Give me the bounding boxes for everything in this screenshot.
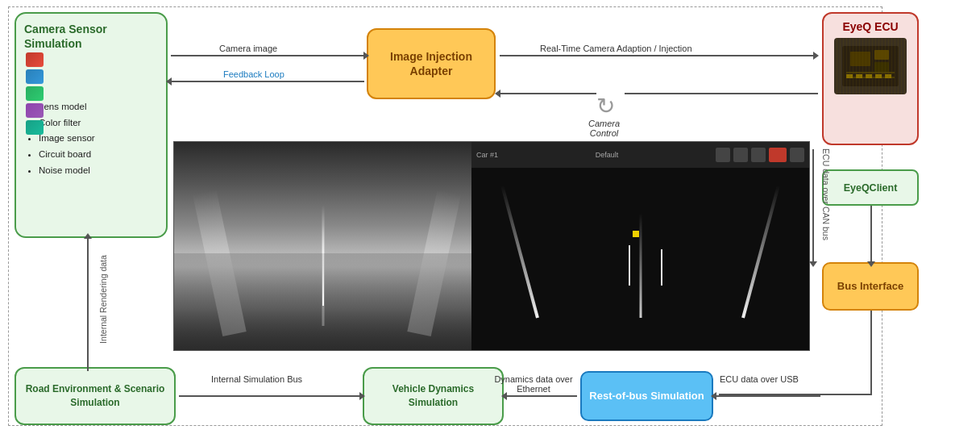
dark-road-center: [639, 213, 642, 318]
feedback-loop-line: [171, 81, 364, 82]
circuit-board-icon: [26, 103, 44, 118]
image-injection-box: Image Injection Adapter: [367, 28, 496, 99]
dark-sim: Car #1 Default: [471, 142, 809, 350]
pole-left: [629, 245, 630, 286]
eyeq-ecu-image: [834, 38, 907, 94]
ecu-usb-label: ECU data over USB: [720, 374, 799, 384]
realtime-arrow-group: Real-Time Camera Adaption / Injection: [500, 55, 814, 56]
bus-bottom-arrow: [870, 311, 872, 395]
svg-rect-9: [875, 74, 882, 78]
bus-bottom-line: [870, 311, 872, 395]
camera-control-line2: [625, 93, 818, 94]
item-circuit: Circuit board: [39, 147, 158, 163]
bus-interface-title: Bus Interface: [837, 280, 903, 294]
toolbar-btn-1[interactable]: [716, 148, 730, 162]
rendering-line: [87, 238, 89, 371]
camera-control-label: Camera Control: [588, 119, 620, 138]
client-bus-arrow: [870, 206, 872, 262]
camera-image-arrow-group: Camera image: [171, 55, 364, 56]
rest-of-bus-box: Rest-of-bus Simulation: [580, 371, 713, 421]
rendering-arrow-group: Internal Rendering data: [87, 238, 89, 371]
camera-sensor-icons: [26, 52, 44, 135]
vehicle-dynamics-box: Vehicle Dynamics Simulation: [363, 367, 504, 425]
camera-image-line: [171, 55, 364, 56]
dark-road-right: [741, 185, 780, 318]
feedback-loop-arrow-group: Feedback Loop: [171, 81, 364, 82]
sim-bus-arrow-group: Internal Simulation Bus: [179, 395, 360, 397]
default-label: Default: [596, 151, 619, 159]
toolbar-btn-2[interactable]: [733, 148, 748, 162]
circuit-svg: [838, 42, 903, 90]
rendering-label: Internal Rendering data: [98, 255, 108, 344]
realtime-label: Real-Time Camera Adaption / Injection: [540, 44, 692, 53]
camera-sensor-items: Lens model Color filter Image sensor Cir…: [24, 99, 158, 178]
ecu-can-group: ECU data over CAN bus: [812, 149, 814, 262]
eyeq-client-box: EyeQClient: [822, 169, 919, 206]
item-color: Color filter: [39, 115, 158, 131]
sync-icon: ↻: [596, 93, 615, 119]
realtime-line: [500, 55, 814, 56]
noise-model-icon: [26, 120, 44, 135]
camera-control-line: [500, 93, 596, 94]
ecu-can-line: [812, 149, 814, 262]
item-lens: Lens model: [39, 99, 158, 115]
camera-image-label: Camera image: [219, 44, 277, 53]
icon-sensor: [26, 86, 44, 101]
ecu-usb-line: [716, 395, 820, 397]
sim-bus-label: Internal Simulation Bus: [211, 374, 302, 384]
svg-rect-3: [874, 62, 889, 72]
yellow-marker: [633, 231, 639, 237]
ecu-can-label: ECU data over CAN bus: [821, 148, 831, 240]
vehicle-dynamics-title: Vehicle Dynamics Simulation: [369, 382, 497, 410]
bus-bottom-h-line: [719, 394, 871, 395]
dynamics-arrow-group: Dynamics data over Ethernet: [506, 395, 577, 397]
item-image-sensor: Image sensor: [39, 131, 158, 147]
rest-of-bus-title: Rest-of-bus Simulation: [589, 390, 704, 403]
sim-bus-line: [179, 395, 360, 397]
road-env-title: Road Environment & Scenario Simulation: [21, 382, 169, 410]
toolbar-btn-red[interactable]: [769, 148, 787, 162]
icon-lens: [26, 52, 44, 67]
svg-rect-8: [866, 74, 872, 78]
dynamics-label: Dynamics data over Ethernet: [490, 374, 577, 394]
camera-sensor-title: Camera Sensor Simulation: [24, 22, 158, 51]
svg-rect-0: [842, 46, 899, 86]
toolbar-btn-settings[interactable]: [790, 148, 804, 162]
dynamics-line: [506, 395, 577, 397]
lens-icon: [26, 52, 44, 67]
toolbar-btn-3[interactable]: [751, 148, 766, 162]
eyeq-ecu-box: EyeQ ECU: [822, 12, 919, 145]
ecu-usb-arrow-group: ECU data over USB: [716, 395, 820, 397]
client-bus-line: [870, 206, 872, 262]
dark-road-left: [500, 185, 539, 318]
svg-rect-1: [850, 52, 870, 66]
bus-bottom-h-arrow: [719, 394, 871, 395]
icon-color: [26, 69, 44, 84]
svg-rect-7: [856, 74, 862, 78]
svg-rect-2: [874, 50, 889, 60]
camera-control-arrow2: [625, 93, 818, 94]
image-injection-title: Image Injection Adapter: [368, 49, 494, 78]
camera-sensor-box: Camera Sensor Simulation Lens model Colo…: [15, 12, 168, 238]
diagram: Camera Sensor Simulation Lens model Colo…: [0, 0, 980, 434]
svg-rect-10: [885, 74, 891, 78]
bus-interface-box: Bus Interface: [822, 262, 919, 311]
feedback-loop-label: Feedback Loop: [223, 69, 284, 79]
item-noise: Noise model: [39, 163, 158, 179]
car-label: Car #1: [476, 151, 498, 159]
eyeq-client-title: EyeQClient: [844, 182, 898, 194]
road-env-box: Road Environment & Scenario Simulation: [15, 367, 176, 425]
image-sensor-icon: [26, 86, 44, 101]
sim-area: Car #1 Default: [173, 141, 810, 351]
dark-toolbar: Car #1 Default: [471, 142, 809, 168]
camera-control-arrow: [500, 93, 596, 94]
pole-right: [661, 249, 662, 286]
icon-circuit: [26, 103, 44, 118]
icon-noise: [26, 120, 44, 135]
grayscale-sim: [174, 142, 471, 350]
color-filter-icon: [26, 69, 44, 84]
eyeq-ecu-title: EyeQ ECU: [842, 20, 898, 33]
svg-rect-6: [846, 74, 853, 78]
